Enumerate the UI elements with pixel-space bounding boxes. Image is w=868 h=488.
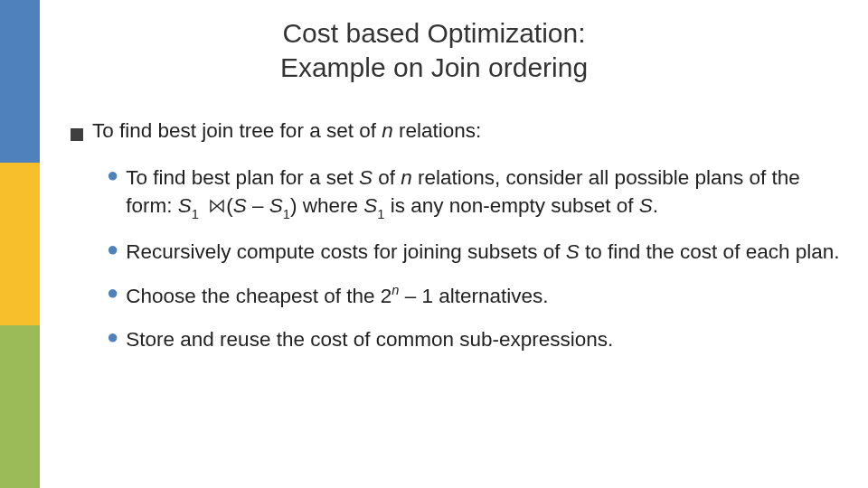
title-line-1: Cost based Optimization: [0, 16, 868, 51]
b1-dot: . [653, 194, 658, 217]
bullet-level2-item: ● Choose the cheapest of the 2n – 1 alte… [107, 282, 841, 310]
disc-bullet-icon: ● [107, 239, 118, 260]
level2-text-1: To find best plan for a set S of n relat… [126, 164, 841, 222]
bullet-level2-item: ● To find best plan for a set S of n rel… [107, 164, 841, 222]
level2-text-4: Store and reuse the cost of common sub-e… [126, 326, 841, 353]
b1-S1a: S [178, 194, 192, 217]
b1-n: n [401, 166, 412, 189]
b1-sub1a: 1 [192, 207, 199, 221]
b1-close: ) where [290, 194, 363, 217]
disc-bullet-icon: ● [107, 164, 118, 186]
b1-t0: To find best plan for a set [126, 166, 359, 189]
bullet-level2-item: ● Recursively compute costs for joining … [107, 239, 841, 266]
level2-group: ● To find best plan for a set S of n rel… [107, 164, 841, 353]
level2-text-3: Choose the cheapest of the 2n – 1 altern… [126, 282, 841, 310]
b1-t3: is any non-empty subset of [384, 194, 638, 217]
sidebar-segment-blue [0, 0, 40, 163]
color-sidebar [0, 0, 40, 488]
b1-sub1b: 1 [283, 207, 290, 221]
b1-S1b: S [269, 194, 283, 217]
b2-t1: to find the cost of each plan. [580, 240, 840, 263]
b1-open: ( [226, 194, 233, 217]
b3-t1: – 1 alternatives. [399, 285, 548, 307]
slide-body: To find best join tree for a set of n re… [71, 117, 841, 354]
b1-Send: S [639, 194, 653, 217]
b4-t0: Store and reuse the cost of common sub-e… [126, 328, 613, 351]
level2-text-2: Recursively compute costs for joining su… [126, 239, 841, 266]
bullet-level2-item: ● Store and reuse the cost of common sub… [107, 326, 841, 353]
lvl1-suffix: relations: [393, 119, 482, 142]
b1-S: S [359, 166, 373, 189]
b1-t1: of [373, 166, 401, 189]
sidebar-segment-gold [0, 163, 40, 325]
slide-title: Cost based Optimization: Example on Join… [0, 0, 868, 93]
title-line-2: Example on Join ordering [0, 51, 868, 85]
bullet-level1: To find best join tree for a set of n re… [71, 117, 841, 148]
b1-S2: S [233, 194, 247, 217]
b3-t0: Choose the cheapest of the 2 [126, 285, 392, 307]
disc-bullet-icon: ● [107, 282, 118, 304]
square-bullet-icon [71, 121, 83, 148]
b1-S1c: S [363, 194, 377, 217]
lvl1-n: n [382, 119, 393, 142]
level1-text: To find best join tree for a set of n re… [92, 117, 841, 145]
b2-t0: Recursively compute costs for joining su… [126, 240, 565, 263]
lvl1-prefix: To find best join tree for a set of [92, 119, 382, 142]
b1-minus: – [247, 194, 269, 217]
sidebar-segment-green [0, 325, 40, 488]
b1-sub1c: 1 [377, 207, 384, 221]
disc-bullet-icon: ● [107, 326, 118, 348]
b2-S: S [566, 240, 580, 263]
join-symbol-icon [210, 193, 224, 221]
